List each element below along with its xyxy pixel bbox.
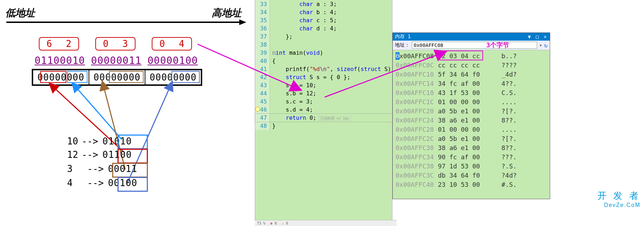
- gutter-marker[interactable]: [255, 89, 260, 97]
- memory-ascii: C.S.: [501, 88, 517, 97]
- memory-address: 0x00AFFC20: [396, 107, 438, 116]
- gutter-marker[interactable]: [255, 41, 260, 49]
- code-content[interactable]: }: [270, 122, 400, 130]
- memory-hex: cc cc cc cc: [438, 61, 501, 70]
- code-line[interactable]: 45 s.c = 3;: [255, 97, 400, 106]
- code-content[interactable]: char d : 4;: [270, 24, 400, 32]
- refresh-icon[interactable]: ↻: [544, 42, 548, 49]
- memory-row[interactable]: 0x00AFFC40 23 10 53 00 #.S.: [396, 180, 547, 189]
- code-content[interactable]: struct S s = { 0 };: [270, 73, 400, 81]
- gutter-marker[interactable]: [255, 106, 260, 114]
- code-content[interactable]: [270, 41, 400, 49]
- gutter-marker[interactable]: [255, 97, 260, 106]
- gutter-marker[interactable]: [255, 57, 260, 65]
- memory-row[interactable]: 0x00AFFC28 01 00 00 00 ....: [396, 125, 547, 134]
- gutter-marker[interactable]: [255, 0, 260, 8]
- memory-window[interactable]: 内存 1 ▼ □ × 地址： ▾ ↻ 3个字节 0x00AFFC08 62 03…: [392, 32, 550, 199]
- gutter-marker[interactable]: [255, 32, 260, 41]
- code-content[interactable]: return 0;已用时间 <= 1ms: [270, 114, 400, 122]
- code-line[interactable]: 43 s.a = 10;: [255, 81, 400, 89]
- memory-dump[interactable]: 0x00AFFC08 62 03 04 cc b..?0x00AFFC0C cc…: [393, 50, 550, 191]
- code-line[interactable]: 38: [255, 41, 400, 49]
- code-line[interactable]: 33 char a : 3;: [255, 0, 400, 8]
- gutter-marker[interactable]: [255, 16, 260, 24]
- memory-address: 0x00AFFC28: [396, 125, 438, 134]
- memory-row[interactable]: 0x00AFFC2C a0 5b e1 00 ?[?.: [396, 134, 547, 143]
- gutter-marker[interactable]: [255, 81, 260, 89]
- memory-address: 0x00AFFC10: [396, 70, 438, 79]
- window-close-icon[interactable]: ×: [543, 34, 548, 40]
- memory-hex: 01 00 00 00: [438, 125, 501, 134]
- code-line[interactable]: 44 s.b = 12;: [255, 89, 400, 97]
- field-box-d: [118, 177, 148, 192]
- code-line[interactable]: 34 char b : 4;: [255, 8, 400, 16]
- code-line[interactable]: 48}: [255, 122, 400, 130]
- code-line[interactable]: 40{: [255, 57, 400, 65]
- code-line[interactable]: 47 return 0;已用时间 <= 1ms: [255, 114, 400, 122]
- code-line[interactable]: 46 s.d = 4;: [255, 106, 400, 114]
- code-content[interactable]: printf("%d\n", sizeof(struct S));: [270, 65, 400, 73]
- memory-ascii: b..?: [501, 52, 517, 61]
- code-content[interactable]: char b : 4;: [270, 8, 400, 16]
- code-content[interactable]: {: [270, 57, 400, 65]
- breakpoint-icon[interactable]: [255, 107, 260, 112]
- memory-byte-1: 00000000: [89, 70, 145, 84]
- memory-address: 0x00AFFC18: [396, 88, 438, 97]
- memory-hex: a0 5b e1 00: [438, 134, 501, 143]
- gutter-marker[interactable]: [255, 8, 260, 16]
- dropdown-icon[interactable]: ▾: [539, 42, 542, 48]
- code-content[interactable]: s.a = 10;: [270, 81, 400, 89]
- memory-row[interactable]: 0x00AFFC3C db 34 64 f0 ?4d?: [396, 171, 547, 180]
- memory-row[interactable]: 0x00AFFC20 a0 5b e1 00 ?[?.: [396, 107, 547, 116]
- line-number: 45: [260, 97, 270, 106]
- memory-row[interactable]: 0x00AFFC30 38 a6 e1 00 8??.: [396, 143, 547, 153]
- memory-row[interactable]: 0x00AFFC18 43 1f 53 00 C.S.: [396, 88, 547, 97]
- memory-row[interactable]: 0x00AFFC14 34 fc af 00 4??.: [396, 79, 547, 88]
- memory-hex: 43 1f 53 00: [438, 88, 501, 97]
- memory-row[interactable]: 0x00AFFC08 62 03 04 cc b..?: [396, 52, 547, 61]
- memory-title-bar[interactable]: 内存 1 ▼ □ ×: [393, 33, 550, 41]
- gutter-marker[interactable]: [255, 122, 260, 130]
- zoom-level[interactable]: 73 %: [257, 221, 265, 225]
- code-content[interactable]: s.d = 4;: [270, 106, 400, 114]
- code-line[interactable]: 41 printf("%d\n", sizeof(struct S));: [255, 65, 400, 73]
- memory-row[interactable]: 0x00AFFC10 5f 34 64 f0 _4d?: [396, 70, 547, 79]
- gutter-marker[interactable]: [255, 65, 260, 73]
- code-content[interactable]: };: [270, 32, 400, 41]
- memory-address-input[interactable]: [412, 42, 537, 49]
- memory-row[interactable]: 0x00AFFC34 90 fc af 00 ???.: [396, 153, 547, 162]
- address-axis-arrow: [6, 19, 246, 26]
- memory-hex: db 34 64 f0: [438, 171, 501, 180]
- code-content[interactable]: s.c = 3;: [270, 97, 400, 106]
- memory-row[interactable]: 0x00AFFC0C cc cc cc cc ????: [396, 61, 547, 70]
- code-content[interactable]: char c : 5;: [270, 16, 400, 24]
- line-number: 48: [260, 122, 270, 130]
- memory-row[interactable]: 0x00AFFC1C 01 00 00 00 ....: [396, 97, 547, 107]
- code-content[interactable]: char a : 3;: [270, 0, 400, 8]
- memory-row[interactable]: 0x00AFFC24 38 a6 e1 00 8??.: [396, 116, 547, 125]
- code-line[interactable]: 35 char c : 5;: [255, 16, 400, 24]
- window-pin-icon[interactable]: ▼: [527, 34, 532, 40]
- memory-row[interactable]: 0x00AFFC38 97 1d 53 00 ?.S.: [396, 162, 547, 171]
- memory-address: 0x00AFFC08: [396, 52, 438, 61]
- line-number: 39: [260, 49, 270, 57]
- code-line[interactable]: 37 };: [255, 32, 400, 41]
- code-line[interactable]: 39⊟int main(void): [255, 49, 400, 57]
- window-maximize-icon[interactable]: □: [535, 34, 540, 40]
- line-number: 34: [260, 8, 270, 16]
- memory-hex: 34 fc af 00: [438, 79, 501, 88]
- code-content[interactable]: ⊟int main(void): [270, 49, 400, 57]
- gutter-marker[interactable]: [255, 114, 260, 122]
- code-line[interactable]: 42 struct S s = { 0 };: [255, 73, 400, 81]
- code-line[interactable]: 36 char d : 4;: [255, 24, 400, 32]
- code-content[interactable]: s.b = 12;: [270, 89, 400, 97]
- gutter-marker[interactable]: [255, 24, 260, 32]
- line-number: 40: [260, 57, 270, 65]
- memory-hex: 5f 34 64 f0: [438, 70, 501, 79]
- error-count: 0: [275, 221, 277, 225]
- code-editor[interactable]: 33 char a : 3;34 char b : 4;35 char c : …: [255, 0, 392, 226]
- gutter-marker[interactable]: [255, 49, 260, 57]
- execution-hint: 已用时间 <= 1ms: [319, 116, 351, 121]
- gutter-marker[interactable]: [255, 73, 260, 81]
- memory-ascii: #.S.: [501, 180, 517, 189]
